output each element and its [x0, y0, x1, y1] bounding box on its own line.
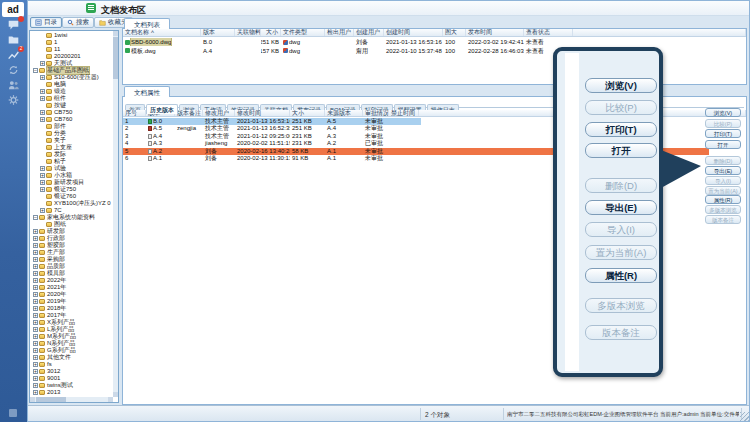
tree-node[interactable]: +采购部 [31, 256, 112, 263]
tree-node[interactable]: +天测试 [31, 60, 112, 67]
expand-toggle[interactable]: + [33, 355, 38, 360]
tree-node[interactable]: +7C [31, 207, 112, 214]
magnified-menu-properties-button[interactable]: 属性(R) [585, 268, 657, 283]
tab-历史版本[interactable]: 历史版本 [146, 104, 178, 114]
tree-node[interactable]: +2013 [31, 389, 112, 396]
expand-toggle[interactable]: + [33, 292, 38, 297]
tree-node[interactable]: +S10-600(变压器) [31, 74, 112, 81]
doc-props-panel-tab[interactable]: 文档属性 [124, 86, 170, 97]
expand-toggle[interactable]: + [33, 320, 38, 325]
expand-toggle[interactable]: + [33, 229, 38, 234]
tree-node[interactable]: +CB750 [31, 109, 112, 116]
tree-node[interactable]: +2019年 [31, 298, 112, 305]
tree-node[interactable]: XYB100(冲压头)YZ 0 图纸 [31, 200, 112, 207]
expand-toggle[interactable]: + [33, 376, 38, 381]
tree-node[interactable]: +银证750 [31, 186, 112, 193]
tree-node[interactable]: 上支座 [31, 144, 112, 151]
column-header[interactable]: 检出用户 [325, 29, 354, 36]
expand-toggle[interactable]: – [33, 68, 38, 73]
tree-node[interactable]: +2021年 [31, 284, 112, 291]
column-header[interactable]: 大小 [261, 29, 281, 36]
expand-toggle[interactable]: + [40, 173, 45, 178]
expand-toggle[interactable]: + [40, 166, 45, 171]
tree-node[interactable]: +2018年 [31, 305, 112, 312]
expand-toggle[interactable]: + [33, 313, 38, 318]
magnified-menu-open-button[interactable]: 打开 [585, 143, 657, 158]
tree-node[interactable]: –基础产品库图纸 [31, 67, 112, 74]
column-header[interactable]: 创建时间 [384, 29, 443, 36]
tree-node[interactable]: 夹子 [31, 137, 112, 144]
expand-toggle[interactable]: + [40, 89, 45, 94]
expand-toggle[interactable]: + [40, 61, 45, 66]
expand-toggle[interactable]: + [33, 278, 38, 283]
tree-node[interactable]: +组件 [31, 95, 112, 102]
magnified-menu-print-button[interactable]: 打印(T) [585, 122, 657, 137]
tree-node[interactable]: 部件 [31, 123, 112, 130]
tree-horizontal-scrollbar[interactable] [30, 397, 113, 402]
tree-node[interactable]: 银证760 [31, 193, 112, 200]
scroll-thumb[interactable] [113, 37, 118, 79]
menu-export-button[interactable]: 导出(E) [705, 166, 741, 175]
expand-toggle[interactable]: + [33, 299, 38, 304]
menu-open-button[interactable]: 打开 [705, 140, 741, 149]
menu-browse-button[interactable]: 浏览(V) [705, 108, 741, 117]
column-header[interactable]: 大小 [290, 110, 325, 116]
column-header[interactable]: 禁止时间 [389, 110, 419, 116]
menu-print-button[interactable]: 打印(T) [705, 129, 741, 138]
tree-node[interactable]: 20200201 [31, 53, 112, 60]
expand-toggle[interactable]: + [33, 348, 38, 353]
version-row[interactable]: 1B.0技术主管2021-01-13 16:53:16251 KBA.5未审批 [123, 118, 421, 126]
column-header[interactable]: 修改时间 [235, 110, 290, 116]
tree-node[interactable]: +研发部 [31, 228, 112, 235]
expand-toggle[interactable]: + [40, 180, 45, 185]
tree-node[interactable]: +2017年 [31, 312, 112, 319]
tree-node[interactable]: 1 [31, 39, 112, 46]
expand-toggle[interactable]: + [40, 110, 45, 115]
expand-toggle[interactable]: + [33, 334, 38, 339]
tree-node[interactable]: –家电系统功能资料 [31, 214, 112, 221]
scroll-left-arrow[interactable] [30, 397, 35, 402]
tree-node[interactable]: +试验 [31, 165, 112, 172]
expand-toggle[interactable]: + [33, 390, 38, 395]
tree-node[interactable]: 粘子 [31, 158, 112, 165]
expand-toggle[interactable]: + [33, 327, 38, 332]
sync-icon[interactable] [7, 64, 20, 76]
tree-node[interactable]: 11 [31, 46, 112, 53]
tree-node[interactable]: +CB760 [31, 116, 112, 123]
tree-node[interactable]: +小水箱 [31, 172, 112, 179]
expand-toggle[interactable]: + [40, 117, 45, 122]
users-icon[interactable] [7, 79, 20, 91]
toolbar-tab-catalog[interactable]: 目录 [30, 17, 62, 28]
tree-node[interactable]: 分类 [31, 130, 112, 137]
expand-toggle[interactable]: + [33, 264, 38, 269]
tree-node[interactable]: +品质部 [31, 263, 112, 270]
gear-icon[interactable] [7, 94, 20, 106]
chat-icon[interactable] [7, 19, 20, 31]
column-header[interactable]: 文档名称 ˄ [123, 29, 201, 36]
scroll-up-arrow[interactable] [113, 31, 118, 36]
column-header[interactable]: 文件类型 [281, 29, 325, 36]
expand-toggle[interactable]: + [33, 362, 38, 367]
column-header[interactable]: 序号 [123, 110, 146, 116]
tree-node[interactable]: 发际 [31, 151, 112, 158]
toolbar-tab-search[interactable]: 搜索 [62, 17, 94, 28]
folder-icon[interactable] [7, 34, 20, 46]
expand-toggle[interactable]: + [33, 250, 38, 255]
tree-node[interactable]: +锻造 [31, 88, 112, 95]
tree-node[interactable]: +3012 [31, 368, 112, 375]
tree-node[interactable]: +模具部 [31, 270, 112, 277]
menu-properties-button[interactable]: 属性(R) [705, 195, 741, 204]
expand-toggle[interactable]: + [33, 383, 38, 388]
column-header[interactable]: 修改用户 [203, 110, 235, 116]
tree-node[interactable]: 图纸 [31, 221, 112, 228]
expand-toggle[interactable]: + [40, 96, 45, 101]
column-header[interactable]: 版本 [201, 29, 235, 36]
column-header[interactable]: 来源版本 [325, 110, 363, 116]
expand-toggle[interactable]: – [33, 215, 38, 220]
expand-toggle[interactable]: + [33, 285, 38, 290]
tree-node[interactable]: +G系列产品 [31, 347, 112, 354]
tree-node[interactable]: +twins测试 [31, 382, 112, 389]
tree-node[interactable]: +2022年 [31, 277, 112, 284]
scroll-right-arrow[interactable] [108, 397, 113, 402]
column-header[interactable]: 关联物料 [235, 29, 261, 36]
